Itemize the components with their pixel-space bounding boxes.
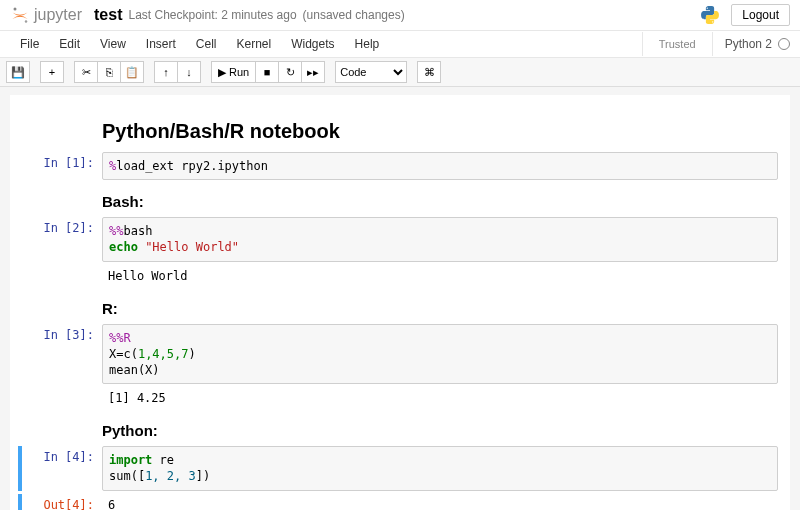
cell-type-select[interactable]: Code: [335, 61, 407, 83]
move-down-button[interactable]: ↓: [177, 61, 201, 83]
cut-button[interactable]: ✂: [74, 61, 98, 83]
menu-widgets[interactable]: Widgets: [281, 31, 344, 57]
run-button[interactable]: ▶ Run: [211, 61, 256, 83]
code-input[interactable]: %%R X=c(1,4,5,7) mean(X): [102, 324, 778, 385]
markdown-cell[interactable]: R:: [22, 290, 778, 321]
stdout: [1] 4.25: [102, 387, 778, 409]
logo-text: jupyter: [34, 6, 82, 24]
code-input[interactable]: import re sum([1, 2, 3]): [102, 446, 778, 490]
section-r: R:: [102, 300, 778, 317]
section-python: Python:: [102, 422, 778, 439]
svg-point-0: [14, 8, 17, 11]
menu-insert[interactable]: Insert: [136, 31, 186, 57]
menu-kernel[interactable]: Kernel: [227, 31, 282, 57]
trusted-indicator[interactable]: Trusted: [642, 32, 713, 56]
run-label: Run: [229, 66, 249, 78]
paste-button[interactable]: 📋: [120, 61, 144, 83]
copy-button[interactable]: ⎘: [97, 61, 121, 83]
menu-edit[interactable]: Edit: [49, 31, 90, 57]
menu-cell[interactable]: Cell: [186, 31, 227, 57]
code-input[interactable]: %load_ext rpy2.ipython: [102, 152, 778, 180]
restart-button[interactable]: ↻: [278, 61, 302, 83]
kernel-name: Python 2: [725, 37, 772, 51]
result: 6: [102, 494, 778, 511]
in-prompt: In [4]:: [22, 446, 102, 490]
save-button[interactable]: 💾: [6, 61, 30, 83]
unsaved-text: (unsaved changes): [303, 8, 405, 22]
python-icon: [699, 4, 721, 26]
section-bash: Bash:: [102, 193, 778, 210]
markdown-cell[interactable]: Python/Bash/R notebook: [22, 106, 778, 149]
output-area: [1] 4.25: [22, 387, 778, 409]
code-cell[interactable]: In [2]: %%bash echo "Hello World": [22, 217, 778, 261]
command-palette-button[interactable]: ⌘: [417, 61, 441, 83]
interrupt-button[interactable]: ■: [255, 61, 279, 83]
jupyter-logo[interactable]: jupyter: [10, 5, 82, 25]
in-prompt: In [2]:: [22, 217, 102, 261]
markdown-cell[interactable]: Bash:: [22, 183, 778, 214]
in-prompt: In [3]:: [22, 324, 102, 385]
checkpoint-text: Last Checkpoint: 2 minutes ago: [128, 8, 296, 22]
markdown-cell[interactable]: Python:: [22, 412, 778, 443]
notebook-title[interactable]: test: [94, 6, 122, 24]
code-cell[interactable]: In [1]: %load_ext rpy2.ipython: [22, 152, 778, 180]
kernel-indicator[interactable]: Python 2: [713, 37, 790, 51]
code-input[interactable]: %%bash echo "Hello World": [102, 217, 778, 261]
menu-view[interactable]: View: [90, 31, 136, 57]
kernel-status-icon: [778, 38, 790, 50]
play-icon: ▶: [218, 66, 226, 79]
notebook-container: Python/Bash/R notebook In [1]: %load_ext…: [10, 95, 790, 510]
stdout: Hello World: [102, 265, 778, 287]
svg-point-1: [25, 20, 28, 23]
output-area: Out[4]: 6: [18, 494, 778, 511]
svg-point-3: [712, 21, 713, 22]
code-cell[interactable]: In [4]: import re sum([1, 2, 3]): [18, 446, 778, 490]
svg-point-2: [707, 7, 708, 8]
restart-run-all-button[interactable]: ▸▸: [301, 61, 325, 83]
code-cell[interactable]: In [3]: %%R X=c(1,4,5,7) mean(X): [22, 324, 778, 385]
add-cell-button[interactable]: +: [40, 61, 64, 83]
output-area: Hello World: [22, 265, 778, 287]
logout-button[interactable]: Logout: [731, 4, 790, 26]
nb-title-h1: Python/Bash/R notebook: [102, 120, 778, 143]
out-prompt: Out[4]:: [22, 494, 102, 511]
menu-file[interactable]: File: [10, 31, 49, 57]
in-prompt: In [1]:: [22, 152, 102, 180]
menu-help[interactable]: Help: [345, 31, 390, 57]
jupyter-icon: [10, 5, 30, 25]
move-up-button[interactable]: ↑: [154, 61, 178, 83]
